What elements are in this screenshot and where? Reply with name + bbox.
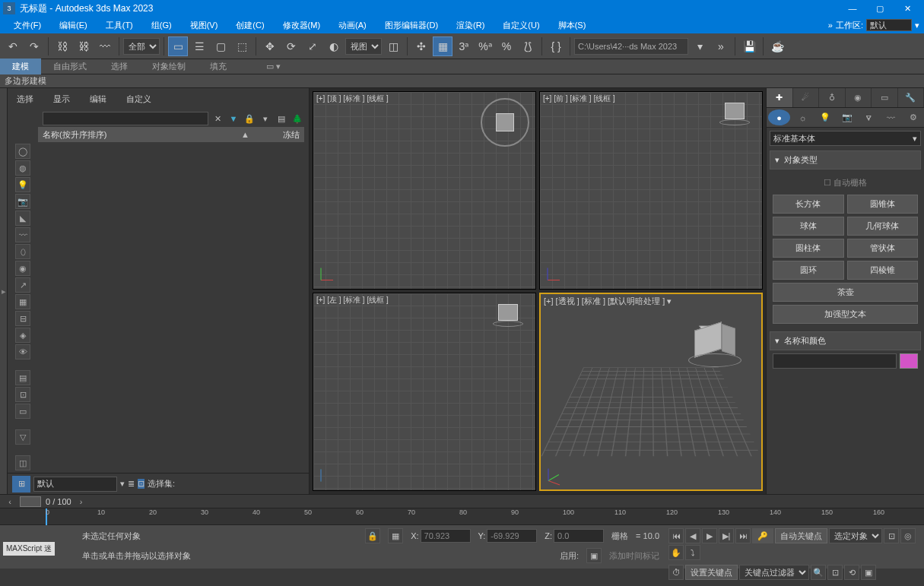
addtime-link[interactable]: 添加时间标记	[609, 550, 659, 562]
lock-selection-icon[interactable]: 🔒	[365, 528, 380, 543]
selection-filter[interactable]: 全部	[123, 38, 160, 55]
sub-space-icon[interactable]: 〰	[880, 108, 902, 127]
select-window-button[interactable]: ⬚	[232, 36, 252, 56]
scene-tab-edit[interactable]: 编辑	[85, 91, 111, 107]
pan-icon[interactable]: ✋	[668, 545, 684, 560]
scene-tab-display[interactable]: 显示	[49, 91, 75, 107]
prev-frame-icon[interactable]: ◀	[685, 528, 700, 543]
orbit-icon[interactable]: ⟲	[844, 565, 859, 580]
viewport-persp-label[interactable]: [+] [透视 ] [标准 ] [默认明暗处理 ] ▾	[544, 296, 672, 307]
keyfilter-select[interactable]: 关键点过滤器	[739, 565, 809, 580]
select-scale-button[interactable]: ⤢	[303, 36, 322, 56]
goto-start-icon[interactable]: ⏮	[668, 528, 684, 543]
sub-systems-icon[interactable]: ⚙	[902, 108, 924, 127]
auto-key-button[interactable]: 自动关键点	[775, 528, 827, 543]
layer-isolate-icon[interactable]: ⊡	[138, 479, 144, 489]
ribbon-toggle-icon[interactable]: ▭ ▾	[254, 59, 293, 74]
btn-tube[interactable]: 管状体	[847, 239, 919, 258]
menu-rendering[interactable]: 渲染(R)	[447, 17, 494, 33]
menu-modifiers[interactable]: 修改器(M)	[274, 17, 330, 33]
scene-tab-custom[interactable]: 自定义	[122, 91, 156, 107]
menu-view[interactable]: 视图(V)	[181, 17, 227, 33]
sub-light-icon[interactable]: 💡	[814, 108, 836, 127]
hierarchy-icon[interactable]: ⊡	[15, 387, 30, 402]
minimize-button[interactable]: —	[839, 0, 866, 17]
layer-dropdown-icon[interactable]: ▾	[120, 479, 125, 489]
menu-grapheditors[interactable]: 图形编辑器(D)	[376, 17, 447, 33]
cmd-tab-motion[interactable]: ◉	[846, 88, 872, 107]
layer-icon[interactable]: ▭	[15, 404, 30, 419]
path-dropdown-icon[interactable]: ▾	[690, 36, 710, 56]
scene-filter-input[interactable]	[43, 112, 208, 125]
scene-header[interactable]: 名称(按升序排序) ▲ 冻结	[38, 127, 304, 142]
viewport-left-label[interactable]: [+] [左 ] [标准 ] [线框 ]	[316, 295, 389, 306]
filter-space-icon[interactable]: 〰	[15, 227, 30, 242]
category-dropdown[interactable]: 标准基本体▾	[770, 131, 921, 146]
ribbon-tab-populate[interactable]: 填充	[198, 59, 239, 74]
sync-icon[interactable]: ◫	[15, 455, 30, 470]
ribbon-tab-freeform[interactable]: 自由形式	[41, 59, 99, 74]
filter-visible-icon[interactable]: 👁	[15, 344, 30, 360]
redo-button[interactable]: ↷	[24, 36, 44, 56]
lock-icon[interactable]: 🔒	[243, 112, 256, 125]
filter-camera-icon[interactable]: 📷	[15, 194, 30, 209]
layer-stack-icon[interactable]: ≣	[128, 479, 135, 489]
btn-torus[interactable]: 圆环	[773, 261, 844, 280]
filter-all-icon[interactable]: ◯	[15, 144, 30, 159]
viewport-front-label[interactable]: [+] [前 ] [标准 ] [线框 ]	[543, 93, 615, 104]
timeslider-next-icon[interactable]: ›	[76, 496, 87, 507]
render-button[interactable]: ☕	[767, 36, 787, 56]
rollout-name-header[interactable]: ▾名称和颜色	[770, 331, 921, 350]
viewport-left[interactable]: [+] [左 ] [标准 ] [线框 ]	[313, 293, 536, 491]
bind-button[interactable]: 〰	[95, 36, 115, 56]
cmd-tab-display[interactable]: ▭	[872, 88, 898, 107]
select-rect-button[interactable]: ▢	[211, 36, 230, 56]
viewport-perspective[interactable]: [+] [透视 ] [标准 ] [默认明暗处理 ] ▾	[539, 293, 763, 491]
object-name-input[interactable]	[773, 353, 897, 369]
walk-icon[interactable]: ⤵	[685, 545, 700, 560]
spinner-snap-button[interactable]: %	[497, 36, 516, 56]
undo-button[interactable]: ↶	[3, 36, 23, 56]
menu-file[interactable]: 文件(F)	[5, 17, 50, 33]
project-path[interactable]	[574, 38, 688, 55]
filter-group-icon[interactable]: ◉	[15, 261, 30, 276]
time-slider-handle[interactable]	[20, 496, 41, 507]
sub-geom-icon[interactable]: ●	[768, 109, 790, 125]
cmd-tab-hierarchy[interactable]: ♁	[819, 88, 846, 107]
set-key-button[interactable]: 设置关键点	[685, 565, 738, 580]
cmd-tab-create[interactable]: ✚	[767, 88, 793, 107]
col-freeze[interactable]: 冻结	[254, 129, 300, 141]
sort-icon[interactable]: ▲	[241, 130, 249, 139]
tree-icon[interactable]: 🌲	[291, 112, 304, 125]
ribbon-tab-paint[interactable]: 对象绘制	[140, 59, 198, 74]
select-move-button[interactable]: ✥	[260, 36, 280, 56]
keytarget-select[interactable]: 选定对象	[829, 528, 882, 543]
menu-customize[interactable]: 自定义(U)	[494, 17, 548, 33]
snap-toggle-button[interactable]: ▦	[433, 36, 452, 56]
layer-layout-icon[interactable]: ⊞	[12, 476, 30, 493]
isolate-icon[interactable]: ⊡	[884, 528, 899, 543]
named-selset-button[interactable]: { }	[546, 36, 566, 56]
coord-z[interactable]	[554, 529, 604, 543]
cmd-tab-utilities[interactable]: 🔧	[898, 88, 925, 107]
menu-group[interactable]: 组(G)	[142, 17, 181, 33]
maxscript-listener[interactable]: MAXScript 迷	[3, 542, 55, 556]
viewcube-left[interactable]	[491, 304, 525, 325]
cmd-tab-modify[interactable]: ☄	[793, 88, 820, 107]
menu-animation[interactable]: 动画(A)	[329, 17, 376, 33]
viewcube-persp[interactable]	[694, 320, 734, 360]
rollout-objtype-header[interactable]: ▾对象类型	[770, 150, 921, 169]
menu-tools[interactable]: 工具(T)	[97, 17, 142, 33]
workspace-dropdown-icon[interactable]: ▾	[915, 21, 919, 30]
coord-x[interactable]	[421, 529, 471, 543]
btn-cylinder[interactable]: 圆柱体	[773, 239, 844, 258]
zoom-icon[interactable]: 🔍	[811, 565, 826, 580]
btn-cone[interactable]: 圆锥体	[847, 195, 919, 214]
enable-toggle-icon[interactable]: ▣	[586, 548, 602, 563]
menu-create[interactable]: 创建(C)	[227, 17, 273, 33]
menu-scripting[interactable]: 脚本(S)	[549, 17, 595, 33]
save-button[interactable]: 💾	[739, 36, 759, 56]
absolute-mode-icon[interactable]: ▦	[388, 528, 403, 543]
filter-container-icon[interactable]: ◈	[15, 328, 30, 343]
filter-bone-icon[interactable]: ⬯	[15, 244, 30, 259]
